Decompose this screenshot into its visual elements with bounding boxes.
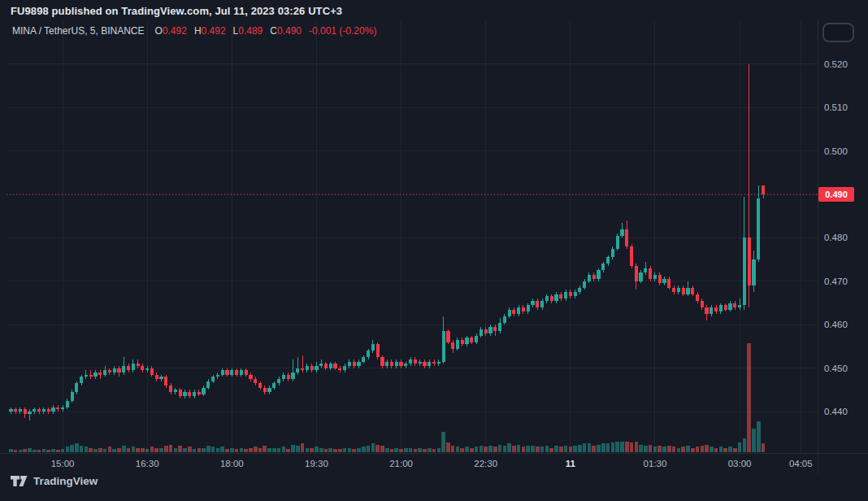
svg-text:0.470: 0.470 — [824, 277, 848, 286]
svg-text:11: 11 — [566, 459, 576, 468]
chart-gridlines — [7, 21, 818, 453]
tradingview-logo-icon — [11, 475, 28, 487]
candlesticks — [9, 64, 765, 420]
pane-borders — [0, 21, 868, 473]
svg-text:19:30: 19:30 — [305, 459, 328, 468]
svg-text:03:00: 03:00 — [728, 459, 752, 468]
svg-text:0.440: 0.440 — [824, 407, 848, 416]
ohlc-open: O0.492 — [155, 25, 187, 37]
tradingview-attribution[interactable]: TradingView — [11, 475, 98, 487]
symbol-title: MINA / TetherUS, 5, BINANCE — [12, 25, 145, 37]
svg-text:0.510: 0.510 — [824, 102, 848, 112]
svg-text:0.450: 0.450 — [824, 364, 848, 373]
svg-text:15:00: 15:00 — [51, 459, 75, 468]
svg-text:04:05: 04:05 — [789, 459, 813, 468]
time-axis[interactable]: 15:0016:3018:0019:3021:0022:301101:3003:… — [51, 459, 813, 468]
current-price-badge: 0.490 — [818, 187, 854, 202]
corner-logo-button[interactable] — [822, 23, 854, 42]
tradingview-brand-text: TradingView — [33, 475, 98, 487]
ohlc-high: H0.492 — [194, 25, 226, 37]
ohlc-close: C0.490 — [270, 25, 302, 37]
svg-text:01:30: 01:30 — [644, 459, 667, 468]
svg-text:22:30: 22:30 — [474, 459, 497, 468]
publish-header-text: FU9898 published on TradingView.com, Jul… — [11, 5, 342, 17]
svg-text:0.500: 0.500 — [824, 146, 848, 156]
candlestick-chart-canvas[interactable]: 0.5200.5100.5000.4900.4800.4700.4600.450… — [0, 0, 868, 501]
ohlc-low: L0.489 — [233, 25, 263, 37]
symbol-legend: MINA / TetherUS, 5, BINANCE O0.492 H0.49… — [12, 25, 376, 37]
svg-text:0.460: 0.460 — [824, 320, 848, 329]
tradingview-published-chart: 0.5200.5100.5000.4900.4800.4700.4600.450… — [0, 0, 868, 501]
svg-text:0.520: 0.520 — [824, 59, 848, 69]
svg-text:0.480: 0.480 — [824, 233, 848, 242]
svg-text:18:00: 18:00 — [220, 459, 244, 468]
price-axis[interactable]: 0.5200.5100.5000.4900.4800.4700.4600.450… — [824, 59, 848, 416]
price-change: -0.001 (-0.20%) — [309, 25, 376, 37]
svg-text:16:30: 16:30 — [136, 459, 159, 468]
svg-text:21:00: 21:00 — [389, 459, 413, 468]
